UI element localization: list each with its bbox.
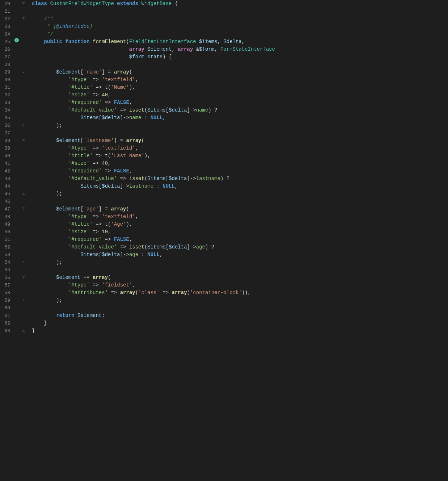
fold-29[interactable]: ▽: [20, 68, 27, 74]
line-number-51: 51: [0, 236, 13, 243]
line-number-45: 45: [0, 190, 13, 198]
gutter-row-47: 47 ▽: [0, 205, 29, 213]
line-number-52: 52: [0, 243, 13, 251]
line-number-21: 21: [0, 8, 13, 15]
code-line-36: );: [32, 122, 448, 129]
fold-36[interactable]: △: [20, 122, 27, 127]
line-number-32: 32: [0, 91, 13, 99]
code-editor: 20 ▽ 21 22 ▽ 23 24 25: [0, 0, 448, 481]
fold-53: [20, 251, 27, 252]
fold-45[interactable]: △: [20, 190, 27, 196]
gutter-row-21: 21: [0, 8, 29, 15]
code-line-57: '#type' => 'fieldset',: [32, 281, 448, 289]
fold-55: [20, 266, 27, 267]
code-line-24: */: [32, 30, 448, 38]
line-number-55: 55: [0, 266, 13, 274]
code-line-37: [32, 129, 448, 137]
gutter-row-40: 40: [0, 152, 29, 160]
fold-48: [20, 213, 27, 214]
gutter-row-57: 57: [0, 281, 29, 289]
code-line-47: $element['age'] = array(: [32, 205, 448, 213]
line-number-23: 23: [0, 23, 13, 30]
line-number-29: 29: [0, 68, 13, 76]
line-number-27: 27: [0, 53, 13, 61]
fold-43: [20, 175, 27, 176]
breakpoint-25[interactable]: ↑: [13, 38, 20, 42]
fold-27: [20, 53, 27, 54]
fold-20[interactable]: ▽: [20, 0, 27, 5]
code-line-23: * {@inheritdoc}: [32, 23, 448, 30]
line-number-20: 20: [0, 0, 13, 8]
line-number-53: 53: [0, 251, 13, 259]
fold-37: [20, 129, 27, 130]
code-line-59: );: [32, 297, 448, 304]
fold-23: [20, 23, 27, 24]
code-line-35: $items[$delta]->name : NULL,: [32, 114, 448, 122]
gutter-row-48: 48: [0, 213, 29, 221]
gutter-row-56: 56 ▽: [0, 274, 29, 281]
code-line-28: [32, 61, 448, 68]
fold-52: [20, 243, 27, 244]
fold-47[interactable]: ▽: [20, 205, 27, 211]
code-line-55: [32, 266, 448, 274]
code-line-41: '#size' => 40,: [32, 160, 448, 167]
code-line-54: );: [32, 259, 448, 266]
fold-42: [20, 167, 27, 168]
editor-gutter: 20 ▽ 21 22 ▽ 23 24 25: [0, 0, 29, 481]
fold-35: [20, 114, 27, 115]
code-line-32: '#size' => 40,: [32, 91, 448, 99]
fold-54[interactable]: △: [20, 259, 27, 264]
gutter-row-54: 54 △: [0, 259, 29, 266]
line-number-63: 63: [0, 327, 13, 335]
fold-40: [20, 152, 27, 153]
fold-31: [20, 84, 27, 85]
line-number-62: 62: [0, 319, 13, 327]
gutter-row-23: 23: [0, 23, 29, 30]
gutter-row-27: 27: [0, 53, 29, 61]
fold-56[interactable]: ▽: [20, 274, 27, 279]
gutter-row-51: 51: [0, 236, 29, 243]
gutter-row-41: 41: [0, 160, 29, 167]
code-line-34: '#default_value' => isset($items[$delta]…: [32, 106, 448, 114]
gutter-row-43: 43: [0, 175, 29, 183]
code-line-29: $element['name'] = array(: [32, 68, 448, 76]
code-line-38: $element['lastname'] = array(: [32, 137, 448, 145]
gutter-row-31: 31: [0, 84, 29, 91]
line-number-31: 31: [0, 84, 13, 91]
fold-49: [20, 221, 27, 222]
code-line-31: '#title' => t('Name'),: [32, 84, 448, 91]
line-number-43: 43: [0, 175, 13, 183]
line-number-35: 35: [0, 114, 13, 122]
code-content: class CustomFieldWidgetType extends Widg…: [29, 0, 448, 481]
fold-59[interactable]: △: [20, 297, 27, 302]
gutter-row-60: 60: [0, 304, 29, 312]
fold-38[interactable]: ▽: [20, 137, 27, 142]
gutter-row-38: 38 ▽: [0, 137, 29, 145]
line-number-26: 26: [0, 46, 13, 53]
line-number-48: 48: [0, 213, 13, 221]
gutter-row-62: 62: [0, 319, 29, 327]
fold-41: [20, 160, 27, 161]
gutter-row-32: 32: [0, 91, 29, 99]
line-number-61: 61: [0, 312, 13, 319]
line-number-33: 33: [0, 99, 13, 106]
line-number-57: 57: [0, 281, 13, 289]
fold-57: [20, 281, 27, 283]
fold-51: [20, 236, 27, 237]
line-number-38: 38: [0, 137, 13, 145]
gutter-row-52: 52: [0, 243, 29, 251]
fold-61: [20, 312, 27, 313]
fold-22[interactable]: ▽: [20, 15, 27, 21]
line-number-41: 41: [0, 160, 13, 167]
line-number-22: 22: [0, 15, 13, 23]
line-number-24: 24: [0, 30, 13, 38]
gutter-row-53: 53: [0, 251, 29, 259]
gutter-row-25: 25 ↑: [0, 38, 29, 46]
code-line-42: '#required' => FALSE,: [32, 167, 448, 175]
line-number-56: 56: [0, 274, 13, 281]
fold-62: [20, 319, 27, 321]
fold-63[interactable]: △: [20, 327, 27, 332]
gutter-row-50: 50: [0, 228, 29, 236]
line-number-47: 47: [0, 205, 13, 213]
line-number-25: 25: [0, 38, 13, 46]
